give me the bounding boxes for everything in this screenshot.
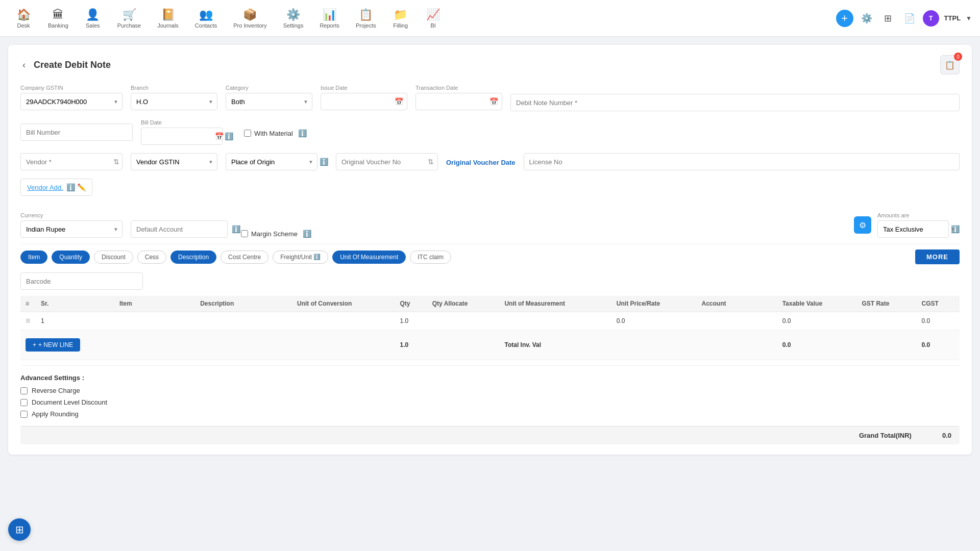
reverse-charge-label[interactable]: Reverse Charge	[32, 387, 80, 394]
table-header-row: ≡ Sr. Item Description Unit of Conversio…	[20, 296, 960, 312]
row-drag-handle[interactable]: ≡	[26, 316, 30, 325]
original-voucher-no-input[interactable]	[336, 153, 438, 170]
uom-input[interactable]	[504, 317, 555, 325]
original-voucher-date-link[interactable]: Original Voucher Date	[446, 159, 516, 166]
vendor-sort-icon[interactable]: ⇅	[113, 158, 119, 166]
currency-select[interactable]: Indian Rupee	[20, 220, 122, 238]
apply-rounding-checkbox[interactable]	[20, 411, 28, 418]
pill-freight-unit[interactable]: Freight/Unit ℹ️	[273, 251, 328, 264]
branch-group: Branch H.O ▼	[131, 85, 217, 110]
document-level-discount-label[interactable]: Document Level Discount	[32, 398, 107, 406]
description-input[interactable]	[200, 317, 251, 325]
amounts-are-info-icon[interactable]: ℹ️	[951, 225, 960, 233]
company-gstin-select[interactable]: 29AADCK7940H000	[20, 93, 122, 110]
default-account-input[interactable]	[131, 220, 228, 238]
page-title: Create Debit Note	[34, 60, 111, 70]
nav-item-projects[interactable]: 📋 Projects	[349, 4, 383, 33]
issue-date-calendar-icon[interactable]: 📅	[395, 97, 403, 106]
table-cell-description[interactable]	[195, 312, 292, 330]
pill-description[interactable]: Description	[170, 251, 216, 264]
license-no-input[interactable]	[524, 153, 960, 170]
debit-note-number-input[interactable]	[510, 94, 960, 111]
bill-date-wrapper: 07/07/2022 📅 ℹ️	[141, 128, 228, 145]
pill-cess[interactable]: Cess	[137, 251, 166, 264]
pill-uom[interactable]: Unit Of Measurement	[332, 251, 406, 264]
form-row-2: Bill Date 07/07/2022 📅 ℹ️ With Material …	[20, 119, 960, 145]
user-avatar[interactable]: T	[923, 10, 939, 27]
apply-rounding-label[interactable]: Apply Rounding	[32, 410, 79, 418]
bill-number-input[interactable]	[20, 123, 133, 141]
vendor-gstin-select[interactable]: Vendor GSTIN	[131, 153, 217, 170]
table-total-inv-val-label: Total Inv. Val	[499, 330, 611, 360]
account-input[interactable]	[701, 317, 742, 325]
grid-view-button[interactable]: ⊞	[880, 10, 896, 27]
divider-1	[20, 244, 960, 244]
place-of-origin-select[interactable]: Place of Origin	[226, 153, 317, 170]
bill-date-calendar-icon[interactable]: 📅	[215, 132, 224, 140]
new-line-button[interactable]: + + NEW LINE	[26, 338, 80, 352]
item-input[interactable]	[119, 317, 160, 325]
with-material-info-icon[interactable]: ℹ️	[298, 129, 307, 137]
table-cell-uom[interactable]	[499, 312, 611, 330]
nav-item-reports[interactable]: 📊 Reports	[312, 4, 347, 33]
reverse-charge-checkbox[interactable]	[20, 387, 28, 394]
more-button[interactable]: MORE	[915, 249, 960, 264]
projects-icon: 📋	[359, 8, 373, 21]
nav-item-pro-inventory[interactable]: 📦 Pro Inventory	[226, 4, 274, 33]
pill-itc-claim[interactable]: ITC claim	[410, 251, 451, 264]
advanced-settings-title: Advanced Settings :	[20, 374, 960, 382]
branch-select[interactable]: H.O	[131, 93, 217, 110]
nav-item-filling[interactable]: 📁 Filling	[385, 4, 416, 33]
nav-item-journals[interactable]: 📔 Journals	[150, 4, 186, 33]
margin-scheme-label[interactable]: Margin Scheme	[251, 230, 298, 238]
pill-cost-centre[interactable]: Cost Centre	[220, 251, 268, 264]
document-level-discount-checkbox[interactable]	[20, 399, 28, 406]
margin-scheme-checkbox[interactable]	[241, 230, 248, 237]
table-total-empty-1	[114, 330, 195, 360]
vendor-info-icon[interactable]: ℹ️	[66, 183, 75, 191]
apply-rounding-row: Apply Rounding	[20, 410, 960, 418]
bill-date-info-icon[interactable]: ℹ️	[225, 132, 233, 140]
back-button[interactable]: ‹	[20, 58, 28, 72]
notification-button[interactable]: 📋 0	[940, 55, 960, 74]
table-cell-item[interactable]	[114, 312, 195, 330]
amounts-are-select[interactable]: Tax Exclusive	[877, 220, 949, 238]
vendor-edit-icon[interactable]: ✏️	[77, 183, 86, 191]
category-label: Category	[226, 85, 312, 91]
nav-label-desk: Desk	[17, 22, 30, 29]
margin-scheme-info-icon[interactable]: ℹ️	[303, 230, 311, 238]
default-account-info-icon[interactable]: ℹ️	[232, 225, 240, 233]
category-wrapper: Both ▼	[226, 93, 312, 110]
currency-group: Currency Indian Rupee ▼	[20, 212, 122, 238]
with-material-checkbox[interactable]	[244, 130, 251, 137]
nav-item-purchase[interactable]: 🛒 Purchase	[110, 4, 148, 33]
barcode-input[interactable]	[20, 272, 143, 290]
company-chevron-icon[interactable]: ▼	[966, 15, 972, 22]
place-of-origin-info-icon[interactable]: ℹ️	[320, 158, 328, 166]
nav-item-settings[interactable]: ⚙️ Settings	[276, 4, 311, 33]
table-cell-account[interactable]	[696, 312, 777, 330]
original-voucher-sort-icon[interactable]: ⇅	[428, 158, 434, 166]
document-button[interactable]: 📄	[901, 10, 918, 27]
nav-item-banking[interactable]: 🏛 Banking	[41, 4, 76, 33]
vendor-input[interactable]	[20, 153, 122, 170]
transaction-date-calendar-icon[interactable]: 📅	[489, 97, 498, 106]
with-material-label[interactable]: With Material	[254, 130, 293, 137]
vendor-add-link[interactable]: Vendor Add.	[27, 184, 63, 191]
pill-quantity[interactable]: Quantity	[52, 251, 90, 264]
global-add-button[interactable]: +	[836, 10, 853, 27]
pill-item[interactable]: Item	[20, 251, 47, 264]
nav-item-desk[interactable]: 🏠 Desk	[8, 4, 39, 33]
nav-item-contacts[interactable]: 👥 Contacts	[188, 4, 224, 33]
table-cell-unit-conversion[interactable]	[292, 312, 395, 330]
amounts-are-wrapper: Tax Exclusive ▼ ℹ️	[877, 220, 960, 238]
unit-conversion-input[interactable]	[297, 317, 343, 325]
nav-label-banking: Banking	[48, 22, 68, 29]
settings-gear-button[interactable]: ⚙️	[859, 10, 875, 27]
nav-item-sales[interactable]: 👤 Sales	[78, 4, 108, 33]
nav-item-bi[interactable]: 📈 BI	[418, 4, 449, 33]
bill-date-input[interactable]: 07/07/2022	[141, 128, 223, 145]
category-select[interactable]: Both	[226, 93, 312, 110]
pill-discount[interactable]: Discount	[94, 251, 133, 264]
settings-gear-action-button[interactable]: ⚙	[854, 216, 871, 234]
